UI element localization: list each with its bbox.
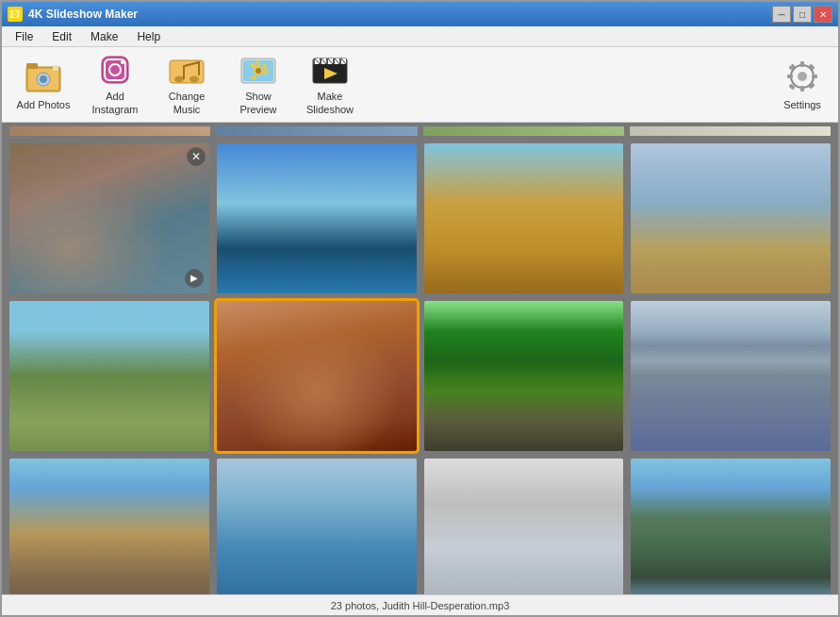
svg-rect-39 (787, 75, 793, 78)
svg-point-17 (256, 60, 260, 66)
add-instagram-label: Add Instagram (86, 91, 144, 115)
settings-icon (783, 58, 821, 95)
add-photos-icon (25, 58, 62, 95)
make-slideshow-icon (311, 53, 349, 87)
settings-button[interactable]: Settings (774, 53, 831, 117)
photo-thumb-9 (9, 459, 209, 594)
svg-point-21 (263, 63, 267, 69)
show-preview-label: Show Preview (229, 91, 288, 115)
photo-thumb-10 (217, 459, 417, 594)
svg-rect-5 (53, 65, 58, 71)
photo-cell-12[interactable] (631, 459, 831, 594)
photo-grid: ✕ ▶ (9, 143, 831, 594)
delete-button-1[interactable]: ✕ (187, 147, 206, 166)
window-title: 4K Slideshow Maker (28, 8, 772, 21)
toolbar: Add Photos Add Instagram (2, 47, 838, 123)
svg-point-12 (189, 76, 199, 83)
photo-cell-7[interactable] (424, 301, 624, 451)
settings-label: Settings (783, 99, 821, 111)
add-photos-button[interactable]: Add Photos (9, 53, 77, 117)
svg-rect-37 (800, 61, 804, 67)
change-music-icon (168, 53, 206, 87)
svg-rect-38 (800, 86, 804, 92)
main-area: ✕ ▶ (2, 136, 838, 594)
minimize-button[interactable]: ─ (772, 6, 791, 23)
status-bar: 23 photos, Judith Hill-Desperation.mp3 (2, 594, 838, 615)
svg-rect-40 (812, 75, 817, 78)
photo-thumb-3 (424, 143, 624, 293)
menu-make[interactable]: Make (81, 28, 127, 45)
add-instagram-icon (96, 53, 134, 87)
menu-file[interactable]: File (6, 28, 42, 45)
photo-cell-5[interactable] (9, 301, 209, 451)
menu-help[interactable]: Help (127, 28, 170, 45)
show-preview-icon (239, 53, 277, 87)
window-controls: ─ □ ✕ (772, 6, 832, 23)
photo-thumb-2 (217, 143, 417, 293)
menu-edit[interactable]: Edit (42, 28, 81, 45)
add-instagram-button[interactable]: Add Instagram (81, 53, 149, 117)
play-button-1[interactable]: ▶ (185, 269, 204, 288)
main-window: 🎞 4K Slideshow Maker ─ □ ✕ File Edit Mak… (0, 0, 840, 617)
photo-thumb-8 (631, 301, 831, 451)
svg-point-11 (174, 76, 184, 83)
photo-cell-9[interactable] (9, 459, 209, 594)
photo-thumb-1 (9, 143, 209, 293)
svg-point-4 (40, 75, 47, 83)
photo-thumb-6 (217, 301, 417, 451)
photo-cell-6[interactable] (217, 301, 417, 451)
show-preview-button[interactable]: Show Preview (224, 53, 292, 117)
make-slideshow-button[interactable]: Make Slideshow (296, 53, 364, 117)
photo-thumb-5 (9, 301, 209, 451)
svg-point-16 (255, 68, 261, 74)
title-bar: 🎞 4K Slideshow Maker ─ □ ✕ (2, 2, 838, 26)
photo-cell-4[interactable] (631, 143, 831, 293)
svg-point-36 (798, 72, 807, 81)
status-text: 23 photos, Judith Hill-Desperation.mp3 (331, 600, 510, 611)
app-icon: 🎞 (8, 7, 23, 22)
menu-bar: File Edit Make Help (2, 26, 838, 47)
photo-cell-11[interactable] (424, 459, 624, 594)
svg-rect-2 (26, 63, 38, 69)
make-slideshow-label: Make Slideshow (301, 91, 359, 115)
photo-cell-10[interactable] (217, 459, 417, 594)
svg-rect-42 (808, 82, 815, 89)
photo-thumb-12 (631, 459, 831, 594)
photo-thumb-11 (424, 459, 624, 594)
photo-cell-1[interactable]: ✕ ▶ (9, 143, 209, 293)
photo-cell-8[interactable] (631, 301, 831, 451)
photo-cell-2[interactable] (217, 143, 417, 293)
change-music-button[interactable]: Change Music (153, 53, 221, 117)
photo-thumb-7 (424, 301, 624, 451)
change-music-label: Change Music (157, 91, 216, 115)
close-button[interactable]: ✕ (814, 6, 832, 23)
svg-rect-44 (808, 63, 815, 70)
svg-point-19 (251, 75, 256, 79)
photo-grid-container[interactable]: ✕ ▶ (2, 136, 838, 594)
photo-thumb-4 (631, 143, 831, 293)
add-photos-label: Add Photos (17, 99, 71, 111)
svg-point-9 (121, 60, 124, 64)
maximize-button[interactable]: □ (793, 6, 812, 23)
photo-cell-3[interactable] (424, 143, 624, 293)
